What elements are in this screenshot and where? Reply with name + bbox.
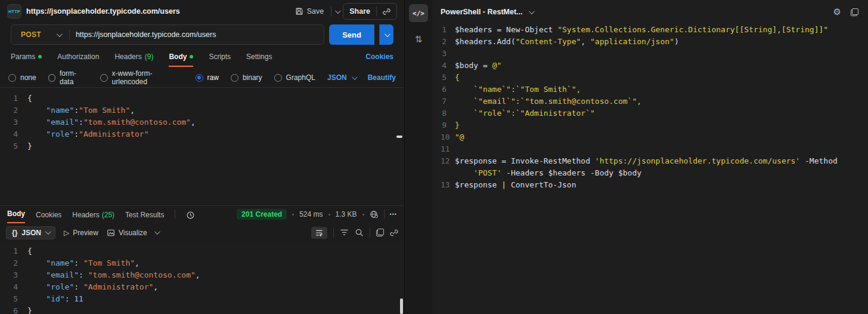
divider [376, 7, 377, 16]
line-number: 1 [441, 24, 455, 36]
code-line: 2 "name": "Tom Smith", [0, 257, 404, 269]
mode-graphql[interactable]: GraphQL [274, 73, 315, 82]
tab-headers[interactable]: Headers(9) [114, 53, 153, 66]
chevron-down-icon [528, 8, 534, 14]
body-type-dropdown[interactable]: JSON [327, 73, 356, 82]
request-tabs: Params Authorization Headers(9) Body Scr… [0, 50, 404, 68]
code-line: 4 "role":"Administrator" [0, 128, 404, 140]
mode-raw[interactable]: raw [196, 73, 219, 82]
divider [370, 228, 370, 238]
history-icon[interactable] [186, 211, 195, 223]
snippet-sidebar: </> ⇅ [405, 0, 432, 314]
unsaved-dot [190, 55, 193, 59]
beautify-link[interactable]: Beautify [368, 73, 396, 82]
tab-settings[interactable]: Settings [246, 53, 272, 66]
response-tab-cookies[interactable]: Cookies [36, 211, 61, 223]
code-line: 7 `"email`":`"tom.smith@contoso.com`", [441, 96, 858, 107]
line-number: 2 [441, 36, 455, 48]
wrap-text-icon[interactable] [311, 227, 327, 239]
line-number: 1 [0, 93, 27, 104]
request-body-editor[interactable]: 1{2 "name":"Tom Smith",3 "email":"tom.sm… [0, 87, 404, 205]
code-line: 2 "name":"Tom Smith", [0, 104, 404, 116]
scrollbar-thumb[interactable] [400, 298, 403, 314]
tab-authorization[interactable]: Authorization [57, 53, 99, 66]
copy-icon[interactable] [376, 229, 384, 236]
code-line: 'POST' -Headers $headers -Body $body [441, 167, 858, 179]
search-icon[interactable] [355, 228, 364, 237]
url-box: POST [11, 24, 324, 45]
code-line: 13$response | ConvertTo-Json [441, 179, 858, 191]
response-format-dropdown[interactable]: {} JSON [6, 226, 55, 239]
code-line: 1{ [0, 93, 404, 104]
line-number: 5 [0, 140, 27, 152]
save-options-chevron[interactable] [335, 10, 339, 14]
method-dropdown[interactable]: POST [11, 30, 69, 39]
unsaved-dot [38, 55, 42, 59]
mode-form-data[interactable]: form-data [48, 69, 88, 86]
response-tab-test-results[interactable]: Test Results [125, 211, 164, 223]
response-size: 1.3 KB [336, 210, 357, 218]
sync-icon[interactable]: ⇅ [415, 34, 423, 45]
line-number: 8 [441, 107, 455, 119]
chevron-down-icon [45, 229, 51, 235]
code-line: 8 `"role`":`"Administrator`" [441, 107, 858, 119]
line-number: 11 [441, 143, 455, 155]
cookies-link[interactable]: Cookies [365, 53, 393, 61]
send-options-button[interactable] [379, 24, 393, 45]
send-button[interactable]: Send [329, 24, 374, 45]
url-input[interactable] [70, 30, 324, 39]
mode-none[interactable]: none [8, 73, 36, 82]
response-tab-body[interactable]: Body [7, 210, 25, 223]
visualize-chevron[interactable] [154, 229, 160, 235]
status-badge: 201 Created [237, 209, 287, 220]
separator-dot [328, 214, 330, 216]
radio-icon [231, 74, 238, 82]
language-dropdown[interactable]: PowerShell - RestMet... [441, 8, 533, 16]
divider [331, 7, 331, 16]
separator-dot [362, 214, 364, 216]
code-line: 2$headers.Add("Content-Type", "applicati… [441, 36, 858, 48]
line-number: 4 [0, 128, 27, 140]
link-icon[interactable] [390, 229, 398, 237]
radio-icon [48, 74, 55, 82]
scrollbar-thumb[interactable] [396, 136, 402, 138]
play-icon: ▷ [64, 229, 69, 237]
code-line: 5 "id": 11 [0, 293, 404, 305]
code-line: 6} [0, 305, 404, 314]
share-button[interactable]: Share [343, 3, 397, 20]
copy-icon[interactable] [851, 8, 858, 16]
line-number: 6 [441, 84, 455, 96]
code-line: 1{ [0, 245, 404, 257]
code-line: 5{ [441, 72, 858, 84]
more-options-icon[interactable]: ••• [390, 211, 397, 217]
line-number: 9 [441, 119, 455, 131]
line-number: 13 [441, 179, 455, 191]
code-icon[interactable]: </> [409, 4, 428, 22]
tab-body[interactable]: Body [169, 53, 193, 67]
code-line: 9} [441, 119, 858, 131]
radio-icon [8, 74, 16, 82]
mode-x-www-form-urlencoded[interactable]: x-www-form-urlencoded [100, 69, 183, 86]
code-line: 11 [441, 143, 858, 155]
line-number [441, 167, 455, 179]
save-button[interactable]: Save [292, 5, 328, 18]
code-snippet-panel: </> ⇅ PowerShell - RestMet... ⚙ 1$header… [405, 0, 868, 314]
request-panel: HTTP https://jsonplaceholder.typicode.co… [0, 0, 405, 314]
response-tab-headers[interactable]: Headers(25) [72, 211, 114, 223]
line-number: 4 [0, 281, 27, 293]
gear-icon[interactable]: ⚙ [833, 7, 841, 17]
radio-icon [196, 74, 203, 82]
tab-params[interactable]: Params [11, 53, 42, 66]
tab-scripts[interactable]: Scripts [209, 53, 231, 66]
preview-button[interactable]: ▷ Preview [64, 229, 98, 237]
braces-icon: {} [12, 229, 17, 237]
response-toolbar: {} JSON ▷ Preview Visualize [0, 223, 404, 242]
globe-lock-icon[interactable] [370, 210, 379, 219]
link-icon[interactable] [383, 8, 390, 16]
mode-binary[interactable]: binary [231, 73, 262, 82]
image-icon [107, 229, 115, 237]
filter-icon[interactable] [340, 229, 349, 236]
visualize-button[interactable]: Visualize [107, 229, 147, 237]
snippet-main: PowerShell - RestMet... ⚙ 1$headers = Ne… [432, 0, 868, 314]
snippet-header: PowerShell - RestMet... ⚙ [441, 0, 858, 24]
